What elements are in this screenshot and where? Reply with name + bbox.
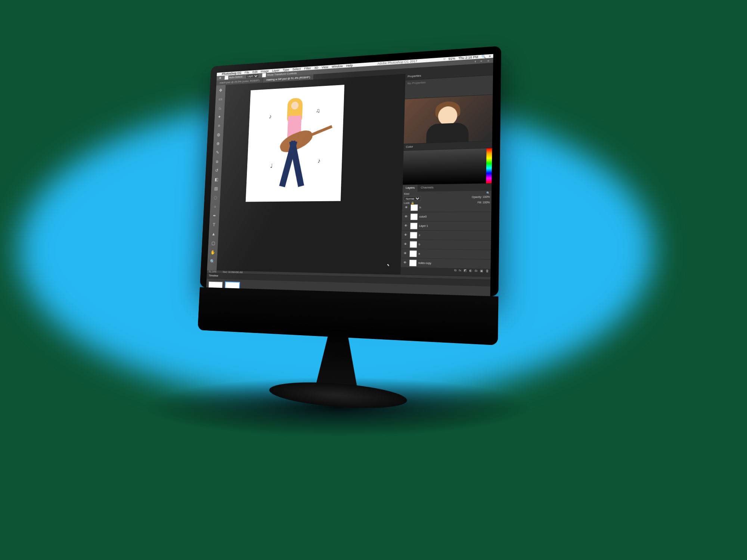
layer-thumbnail[interactable] bbox=[410, 231, 418, 239]
window-title: Adobe Photoshop CC 2017 bbox=[356, 57, 440, 67]
layer-mask-icon[interactable]: ◩ bbox=[464, 269, 467, 276]
search-icon[interactable]: 🔍 bbox=[486, 192, 490, 195]
artboard: ♪ ♫ ♪ ♩ bbox=[246, 85, 344, 202]
blur-tool[interactable]: ◌ bbox=[212, 194, 219, 202]
crop-tool[interactable]: ⌗ bbox=[215, 122, 222, 130]
photoshop-app: Photoshop CC File Edit Image Layer Type … bbox=[207, 54, 493, 288]
opacity-value[interactable]: 100% bbox=[483, 196, 490, 199]
layer-name[interactable]: a bbox=[418, 252, 489, 256]
battery-icon[interactable]: 91% bbox=[448, 57, 455, 61]
layers-panel: Layers Channels Kind 🔍 Normal bbox=[400, 184, 492, 277]
lasso-tool[interactable]: ⏢ bbox=[216, 104, 223, 112]
visibility-icon[interactable]: 👁 bbox=[403, 242, 408, 246]
clock[interactable]: Thu 2:18 PM bbox=[458, 55, 478, 60]
brush-tool[interactable]: ✎ bbox=[214, 149, 221, 156]
layer-name[interactable]: notes copy bbox=[418, 262, 489, 266]
align-left-icon[interactable]: ⫞ bbox=[474, 60, 476, 63]
tab-layers[interactable]: Layers bbox=[403, 185, 418, 192]
wifi-icon[interactable]: ⌔ bbox=[443, 57, 445, 61]
layer-thumbnail[interactable] bbox=[410, 213, 418, 220]
cursor-icon: ⬉ bbox=[387, 263, 390, 267]
move-tool-icon[interactable]: ✥ bbox=[219, 77, 221, 80]
notification-center-icon[interactable]: ≡ bbox=[489, 54, 491, 58]
illustration: ♪ ♫ ♪ ♩ bbox=[246, 85, 344, 202]
visibility-icon[interactable]: 👁 bbox=[403, 224, 409, 227]
link-layers-icon[interactable]: ⧉ bbox=[454, 268, 457, 276]
delete-layer-icon[interactable]: 🗑 bbox=[486, 269, 489, 276]
imac-monitor: Photoshop CC File Edit Image Layer Type … bbox=[195, 46, 501, 403]
layer-row[interactable]: 👁h bbox=[402, 202, 492, 212]
eyedropper-tool[interactable]: ◍ bbox=[215, 131, 222, 139]
properties-panel: Properties No Properties bbox=[405, 68, 493, 99]
visibility-icon[interactable]: 👁 bbox=[403, 233, 408, 237]
properties-content: No Properties bbox=[405, 75, 493, 99]
spot-heal-tool[interactable]: ⊕ bbox=[214, 140, 222, 147]
zoom-tool[interactable]: 🔍 bbox=[208, 258, 216, 265]
layer-thumbnail[interactable] bbox=[409, 259, 417, 266]
hue-slider[interactable] bbox=[486, 148, 492, 183]
layer-name[interactable]: h bbox=[419, 206, 490, 209]
path-select-tool[interactable]: ▲ bbox=[210, 230, 217, 238]
layer-group-icon[interactable]: 🗀 bbox=[474, 269, 478, 276]
dodge-tool[interactable]: ○ bbox=[211, 203, 219, 211]
webcam-feed bbox=[404, 95, 493, 144]
right-panels: Properties No Properties Color bbox=[400, 68, 493, 277]
layer-row[interactable]: 👁a bbox=[401, 249, 491, 260]
eraser-tool[interactable]: ◧ bbox=[213, 175, 220, 183]
pen-tool[interactable]: ✒ bbox=[211, 212, 218, 220]
adjustment-layer-icon[interactable]: ◐ bbox=[469, 269, 472, 276]
hand-tool[interactable]: ✋ bbox=[209, 248, 217, 256]
clone-stamp-tool[interactable]: ⧈ bbox=[214, 158, 221, 165]
layer-row[interactable]: 👁c bbox=[402, 231, 491, 241]
fill-value[interactable]: 100% bbox=[483, 201, 490, 204]
layer-thumbnail[interactable] bbox=[409, 241, 417, 248]
color-panel-title[interactable]: Color bbox=[404, 141, 492, 151]
marquee-tool[interactable]: ▭ bbox=[217, 95, 224, 103]
layer-row[interactable]: 👁Layer 1 bbox=[402, 221, 491, 231]
layer-thumbnail[interactable] bbox=[410, 223, 418, 230]
layer-row[interactable]: 👁b bbox=[401, 240, 491, 250]
layer-kind-filter[interactable]: Kind bbox=[404, 193, 409, 196]
visibility-icon[interactable]: 👁 bbox=[403, 215, 409, 218]
lock-icon[interactable]: 🔒 bbox=[411, 202, 414, 204]
layer-fx-icon[interactable]: fx bbox=[459, 268, 461, 276]
layer-name[interactable]: Layer 1 bbox=[419, 224, 490, 227]
color-panel: Color bbox=[403, 141, 492, 185]
layer-thumbnail[interactable] bbox=[409, 250, 417, 257]
shape-tool[interactable]: ▢ bbox=[210, 239, 217, 247]
webcam-overlay bbox=[404, 95, 493, 144]
visibility-icon[interactable]: 👁 bbox=[404, 206, 409, 209]
layer-row[interactable]: 👁color0 bbox=[402, 212, 491, 221]
history-brush-tool[interactable]: ↺ bbox=[213, 167, 220, 174]
align-center-icon[interactable]: ⫟ bbox=[480, 59, 483, 63]
layer-name[interactable]: b bbox=[419, 243, 489, 246]
new-layer-icon[interactable]: ▣ bbox=[480, 269, 483, 276]
layer-name[interactable]: color0 bbox=[419, 215, 490, 218]
gradient-tool[interactable]: ▤ bbox=[212, 184, 220, 192]
spotlight-icon[interactable]: 🔍 bbox=[481, 55, 486, 59]
visibility-icon[interactable]: 👁 bbox=[403, 252, 408, 255]
blend-mode-dropdown[interactable]: Normal bbox=[404, 196, 421, 201]
magic-wand-tool[interactable]: ✦ bbox=[216, 113, 223, 121]
tab-channels[interactable]: Channels bbox=[418, 184, 437, 192]
layers-footer: ⧉ fx ◩ ◐ 🗀 ▣ 🗑 bbox=[400, 267, 490, 276]
move-tool[interactable]: ✥ bbox=[217, 86, 224, 94]
layer-row[interactable]: 👁notes copy bbox=[401, 258, 491, 270]
type-tool[interactable]: T bbox=[210, 221, 218, 229]
layer-name[interactable]: c bbox=[419, 234, 489, 237]
canvas-area[interactable]: ♪ ♫ ♪ ♩ ⬉ bbox=[217, 74, 406, 275]
align-right-icon[interactable]: ⫠ bbox=[487, 59, 490, 62]
color-picker[interactable] bbox=[403, 148, 492, 185]
visibility-icon[interactable]: 👁 bbox=[402, 261, 407, 265]
layer-thumbnail[interactable] bbox=[410, 204, 418, 211]
layer-list: 👁h👁color0👁Layer 1👁c👁b👁a👁notes copy bbox=[401, 202, 492, 269]
properties-panel-title[interactable]: Properties bbox=[405, 68, 493, 80]
